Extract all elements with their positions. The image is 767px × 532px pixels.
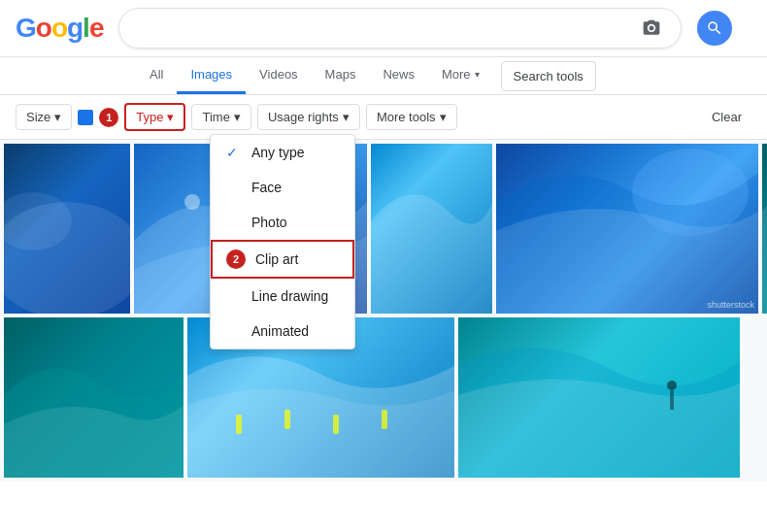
logo-letter-o2: o (51, 13, 67, 43)
wave-svg-4 (496, 144, 758, 314)
checkmark-icon: ✓ (226, 145, 242, 160)
step1-badge: 1 (99, 108, 118, 127)
usage-rights-filter-button[interactable]: Usage rights ▾ (257, 104, 360, 130)
image-8[interactable] (458, 317, 740, 478)
tab-news[interactable]: News (369, 57, 428, 94)
svg-point-2 (184, 194, 200, 210)
logo-letter-g: G (16, 13, 36, 43)
header: Google surfing (0, 0, 767, 57)
camera-search-button[interactable] (638, 15, 665, 42)
dropdown-item-line-drawing[interactable]: Line drawing (211, 279, 354, 314)
wave-svg-5 (762, 144, 767, 314)
color-swatch (78, 110, 93, 125)
tab-videos[interactable]: Videos (246, 57, 312, 94)
search-icon (706, 19, 723, 37)
more-tools-filter-button[interactable]: More tools ▾ (366, 104, 457, 130)
type-dropdown: ✓ Any type Face Photo 2 Clip art Line dr… (210, 134, 355, 349)
dropdown-item-animated[interactable]: Animated (211, 314, 354, 349)
search-bar-icons (638, 15, 665, 42)
tab-images[interactable]: Images (177, 57, 246, 94)
time-filter-button[interactable]: Time ▾ (191, 104, 250, 130)
logo-letter-g2: g (67, 13, 83, 43)
dropdown-item-photo[interactable]: Photo (211, 205, 354, 240)
camera-icon (642, 18, 661, 38)
search-button[interactable] (697, 11, 732, 46)
wave-svg-1 (4, 144, 130, 314)
tab-more[interactable]: More ▾ (428, 57, 493, 94)
logo-letter-e: e (89, 13, 104, 43)
more-tools-chevron-icon: ▾ (440, 110, 447, 124)
type-filter-button[interactable]: Type ▾ (124, 103, 185, 131)
image-4[interactable]: shutterstock (496, 144, 758, 314)
image-5[interactable]: shutterstock (762, 144, 767, 314)
time-chevron-icon: ▾ (234, 110, 241, 124)
image-row-2 (4, 317, 763, 478)
clear-button[interactable]: Clear (702, 105, 751, 129)
dropdown-item-clip-art[interactable]: 2 Clip art (211, 240, 354, 279)
image-grid: shutterstock shutterstock (0, 140, 767, 482)
dropdown-item-face[interactable]: Face (211, 170, 354, 205)
tab-maps[interactable]: Maps (312, 57, 370, 94)
watermark-1: shutterstock (707, 300, 754, 310)
search-bar: surfing (118, 8, 682, 49)
wave-svg-3 (371, 144, 492, 314)
nav-tabs: All Images Videos Maps News More ▾ Searc… (0, 57, 767, 95)
svg-rect-6 (333, 415, 339, 434)
filter-bar: Size ▾ 1 Type ▾ Time ▾ Usage rights ▾ Mo… (0, 95, 767, 140)
image-row-1: shutterstock shutterstock (4, 144, 763, 314)
google-logo: Google (16, 13, 103, 44)
logo-letter-o1: o (36, 13, 51, 43)
image-3[interactable] (371, 144, 492, 314)
wave-svg-6 (4, 317, 183, 478)
svg-rect-7 (382, 410, 387, 429)
search-tools-button[interactable]: Search tools (501, 61, 596, 91)
step2-badge: 2 (226, 249, 246, 269)
logo-letter-l: l (83, 13, 89, 43)
search-input[interactable]: surfing (135, 19, 638, 37)
wave-svg-8 (458, 317, 740, 478)
dropdown-item-any-type[interactable]: ✓ Any type (211, 135, 354, 170)
type-chevron-icon: ▾ (167, 110, 174, 124)
image-1[interactable] (4, 144, 130, 314)
svg-rect-5 (284, 410, 290, 429)
image-6[interactable] (4, 317, 183, 478)
svg-point-3 (632, 149, 749, 236)
size-filter-button[interactable]: Size ▾ (16, 104, 72, 130)
svg-rect-9 (670, 390, 674, 410)
more-chevron-icon: ▾ (475, 69, 480, 80)
size-chevron-icon: ▾ (54, 110, 61, 124)
tab-all[interactable]: All (136, 57, 177, 94)
svg-point-8 (667, 381, 677, 390)
svg-rect-4 (236, 415, 242, 434)
usage-rights-chevron-icon: ▾ (343, 110, 350, 124)
